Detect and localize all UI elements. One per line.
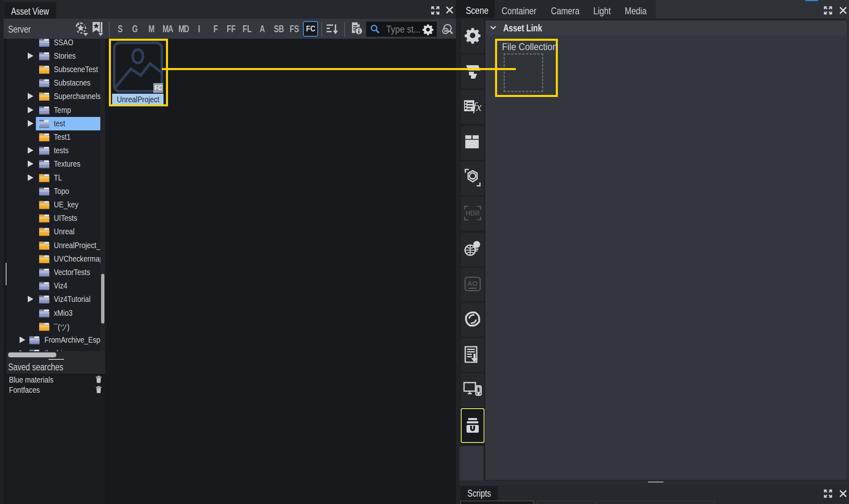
svg-text:AO: AO xyxy=(467,280,478,288)
svg-text:HDR: HDR xyxy=(466,210,480,217)
svg-text:fx: fx xyxy=(473,100,482,113)
